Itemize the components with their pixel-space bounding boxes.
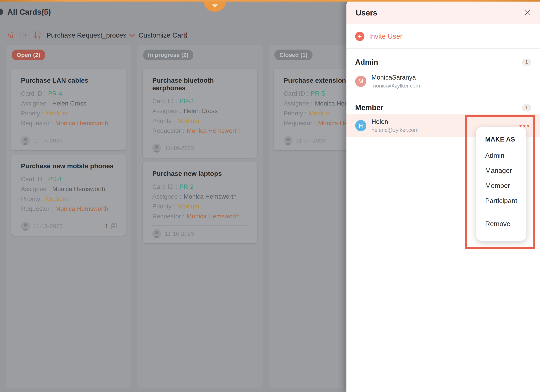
field-label: Card ID : [21, 90, 46, 97]
field-label: Requestor : [152, 213, 184, 220]
invite-user-label: Invite User [369, 32, 402, 40]
assignee: Monica Hemsworth [184, 193, 237, 200]
card-id: PR-5 [311, 90, 325, 97]
requestor: Monica Hemsworth [187, 127, 240, 134]
assignee-avatar [152, 144, 161, 152]
divider [482, 212, 521, 212]
user-name: Helen [371, 118, 419, 125]
card-date: 11-16-2023 [165, 145, 194, 151]
card-pr3[interactable]: Purchase bluetooth earphones Card ID :PR… [143, 69, 257, 158]
card-date: 11-16-2023 [33, 137, 63, 144]
priority: Medium [309, 110, 331, 117]
field-label: Card ID : [284, 90, 309, 97]
field-label: Assignee : [21, 100, 50, 107]
board-toolbar: A Z Purchase Request_process_2 Customize… [0, 29, 346, 42]
card-date: 11-16-2023 [165, 230, 194, 237]
count-badge: 1 [522, 104, 531, 112]
column-in-progress: In progress (2) Purchase bluetooth earph… [137, 45, 263, 388]
priority: Medium [46, 195, 68, 202]
note-count: 1 [105, 223, 108, 230]
user-name: MonicaSaranya [371, 74, 420, 81]
chevron-down-icon[interactable] [129, 33, 135, 38]
card-date: 11-16-2023 [296, 137, 325, 144]
card-id: PR-1 [48, 176, 62, 182]
menu-item-member[interactable]: Member [485, 182, 526, 190]
field-label: Priority : [152, 117, 175, 124]
card-id: PR-4 [48, 90, 62, 97]
field-label: Requestor : [152, 127, 184, 134]
chevron-down-icon [212, 5, 218, 8]
card-id: PR-3 [180, 98, 194, 104]
users-panel-header: Users [346, 1, 540, 24]
board-columns: Open (2) Purchase LAN cables Card ID :PR… [6, 45, 394, 388]
column-header-closed[interactable]: Closed (1) [274, 49, 313, 60]
column-header-open[interactable]: Open (2) [12, 49, 45, 60]
customize-card-button[interactable]: Customize Card [139, 31, 187, 39]
view-selector-row: All Cards(5) [0, 7, 346, 18]
card-pr4[interactable]: Purchase LAN cables Card ID :PR-4 Assign… [11, 69, 126, 150]
card-pr2[interactable]: Purchase new laptops Card ID :PR-2 Assig… [143, 162, 257, 243]
field-label: Priority : [21, 195, 44, 202]
user-email: helenc@zylker.com [371, 127, 419, 133]
card-id: PR-2 [180, 183, 194, 190]
notes-icon [111, 223, 117, 230]
card-date: 11-16-2023 [33, 223, 63, 229]
field-label: Requestor : [21, 120, 53, 127]
menu-item-manager[interactable]: Manager [485, 167, 526, 174]
assignee-avatar [21, 222, 30, 230]
field-label: Requestor : [284, 120, 316, 127]
card-title: Purchase bluetooth earphones [152, 77, 248, 92]
avatar: H [355, 120, 366, 131]
process-selector[interactable]: Purchase Request_process_2 [46, 31, 126, 39]
avatar: M [355, 76, 366, 87]
requestor: Monica Hemsworth [55, 205, 108, 212]
invite-user-button[interactable]: + Invite User [346, 24, 540, 49]
user-email: monica@zylker.com [371, 83, 420, 89]
assignee: Helen Cross [184, 108, 218, 114]
priority: Medium [46, 110, 68, 117]
field-label: Requestor : [21, 205, 53, 212]
field-label: Assignee : [152, 108, 181, 114]
collapse-columns-icon[interactable] [19, 31, 28, 39]
requestor: Monica Hemsworth [187, 213, 240, 220]
swimlane-icon[interactable] [6, 31, 15, 39]
assignee-avatar [152, 229, 161, 238]
card-title: Purchase LAN cables [21, 77, 117, 84]
menu-item-participant[interactable]: Participant [485, 197, 526, 205]
svg-text:A: A [38, 31, 41, 35]
assignee-avatar [284, 136, 293, 145]
panel-title: Users [356, 9, 377, 17]
field-label: Card ID : [21, 176, 46, 182]
chevron-down-icon[interactable] [43, 11, 47, 14]
column-open: Open (2) Purchase LAN cables Card ID :PR… [6, 45, 131, 388]
field-label: Priority : [284, 110, 306, 117]
field-label: Assignee : [284, 100, 313, 107]
avatar [0, 9, 3, 15]
svg-text:Z: Z [38, 36, 40, 39]
sort-az-icon[interactable]: A Z [33, 31, 42, 39]
assignee: Helen Cross [52, 100, 86, 107]
menu-header: MAKE AS [485, 136, 526, 143]
count-badge: 1 [522, 59, 531, 66]
card-title: Purchase new mobile phones [21, 162, 117, 170]
field-label: Assignee : [21, 186, 50, 192]
menu-item-remove[interactable]: Remove [485, 220, 526, 228]
make-as-context-menu: MAKE AS Admin Manager Member Participant… [476, 127, 526, 241]
column-header-in-progress[interactable]: In progress (2) [143, 49, 193, 60]
menu-item-admin[interactable]: Admin [485, 152, 526, 159]
group-header-admin: Admin 1 [346, 49, 540, 69]
close-icon[interactable] [524, 10, 531, 16]
field-label: Card ID : [152, 183, 177, 190]
group-name: Admin [355, 58, 378, 66]
plus-icon: + [355, 32, 365, 41]
field-label: Priority : [152, 203, 175, 210]
field-label: Assignee : [152, 193, 181, 200]
card-pr1[interactable]: Purchase new mobile phones Card ID :PR-1… [11, 154, 126, 236]
requestor: Monica Hemsworth [55, 120, 108, 127]
chevron-right-icon[interactable] [185, 33, 187, 37]
top-accent-bar [0, 0, 540, 2]
field-label: Card ID : [152, 98, 177, 104]
user-row-monica[interactable]: M MonicaSaranya monica@zylker.com [346, 69, 540, 94]
priority: Medium [177, 117, 199, 124]
group-header-member: Member 1 [346, 94, 540, 114]
